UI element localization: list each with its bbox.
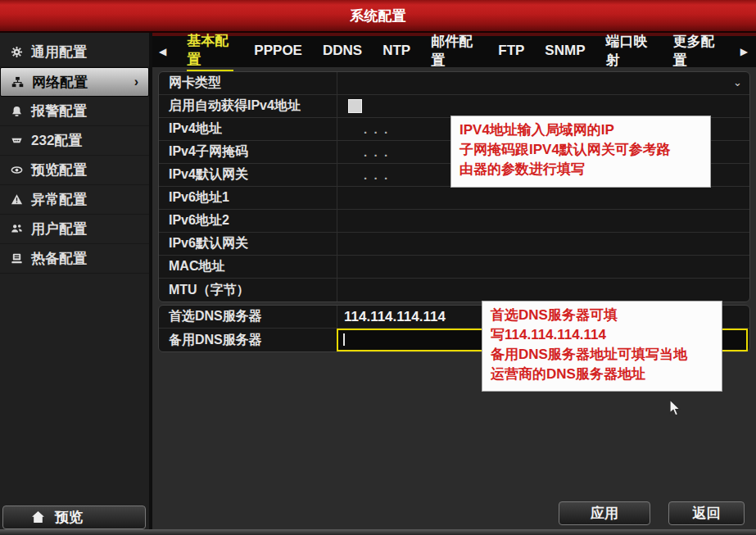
field-label: IPv6地址1 (159, 187, 337, 209)
sidebar-nav: 通用配置 网络配置 › (0, 38, 149, 274)
annotation-line: 首选DNS服务器可填 (491, 306, 713, 325)
tabs-scroll-left-icon[interactable]: ◀ (159, 46, 166, 57)
mouse-cursor (669, 399, 681, 417)
back-button-label: 返回 (693, 504, 721, 523)
tabs-scroll-right-icon[interactable]: ▶ (740, 46, 748, 57)
ip-octet-separators: . . . (344, 168, 387, 182)
sidebar-item-alarm[interactable]: 报警配置 (0, 97, 149, 126)
ip-octet-separators: . . . (344, 145, 387, 159)
sidebar-item-label: 报警配置 (31, 102, 87, 120)
sidebar-item-hot-spare[interactable]: 热备配置 (0, 244, 149, 274)
network-icon (11, 76, 25, 88)
sidebar-item-label: 232配置 (31, 131, 82, 150)
ip-octet-separators: . . . (344, 122, 387, 136)
sidebar-item-label: 用户配置 (31, 220, 87, 238)
preferred-dns-value: 114.114.114.114 (344, 309, 446, 325)
field-label: 启用自动获得IPv4地址 (159, 95, 337, 117)
gear-icon (10, 46, 24, 58)
users-icon (10, 223, 24, 235)
form-row-dhcp: 启用自动获得IPv4地址 (159, 95, 749, 118)
dhcp-value-cell (337, 95, 749, 117)
tab-more-config[interactable]: 更多配置 (673, 32, 720, 71)
sidebar-item-label: 热备配置 (31, 249, 87, 268)
back-button[interactable]: 返回 (668, 501, 745, 525)
sidebar: 通用配置 网络配置 › (0, 33, 152, 535)
ipv6-address-2-input[interactable] (337, 210, 749, 232)
mac-address-value (337, 256, 749, 278)
tab-email[interactable]: 邮件配置 (431, 32, 478, 71)
field-label: IPv6默认网关 (159, 233, 337, 255)
form-row-nic-type: 网卡类型 ⌄ (159, 72, 749, 95)
selected-chevron-icon: › (134, 75, 138, 89)
chevron-down-icon[interactable]: ⌄ (733, 76, 742, 88)
field-label: 首选DNS服务器 (159, 306, 337, 328)
window-bottom-edge (0, 529, 756, 535)
live-view-button[interactable]: 预览 (2, 506, 146, 529)
alarm-icon (10, 105, 24, 117)
form-row-mac-address: MAC地址 (159, 256, 749, 279)
tab-ddns[interactable]: DDNS (323, 43, 362, 61)
form-row-ipv6-gateway: IPv6默认网关 (159, 233, 749, 256)
nic-type-select[interactable]: ⌄ (337, 72, 749, 94)
form-row-mtu: MTU（字节） (159, 279, 749, 302)
annotation-line: 运营商的DNS服务器地址 (491, 365, 713, 384)
sidebar-item-label: 通用配置 (31, 43, 87, 61)
field-label: MAC地址 (159, 256, 337, 278)
sidebar-item-label: 异常配置 (31, 190, 87, 209)
tab-ftp[interactable]: FTP (498, 43, 524, 61)
mtu-input[interactable] (337, 279, 749, 302)
live-view-button-label: 预览 (55, 508, 83, 527)
eye-icon (10, 164, 24, 176)
sidebar-item-232[interactable]: 232配置 (0, 126, 149, 156)
annotation-line: 备用DNS服务器地址可填写当地 (491, 345, 713, 365)
field-label: IPv6地址2 (159, 210, 337, 232)
annotation-ipv4-help: IPV4地址输入局域网的IP 子网掩码跟IPV4默认网关可参考路 由器的参数进行… (450, 116, 711, 188)
annotation-line: IPV4地址输入局域网的IP (459, 120, 702, 140)
text-caret (343, 333, 345, 346)
tab-port-mapping[interactable]: 端口映射 (605, 32, 652, 71)
tab-basic-config[interactable]: 基本配置 (187, 31, 233, 72)
tab-pppoe[interactable]: PPPOE (254, 43, 302, 61)
sidebar-item-network[interactable]: 网络配置 › (0, 67, 149, 97)
ipv6-address-1-input[interactable] (337, 187, 749, 209)
dhcp-checkbox[interactable] (348, 99, 362, 113)
field-label: IPv4默认网关 (159, 164, 337, 186)
tab-bar: ◀ 基本配置 PPPOE DDNS NTP 邮件配置 FTP SNMP 端口映射… (152, 33, 756, 67)
form-row-ipv6-address-1: IPv6地址1 (159, 187, 749, 210)
hot-spare-icon (10, 252, 24, 265)
sidebar-item-users[interactable]: 用户配置 (0, 215, 149, 244)
form-row-ipv6-address-2: IPv6地址2 (159, 210, 749, 233)
field-label: IPv4子网掩码 (159, 141, 337, 163)
window-title: 系统配置 (351, 7, 406, 25)
home-icon (31, 511, 45, 524)
ipv6-gateway-input[interactable] (337, 233, 749, 255)
field-label: 网卡类型 (159, 72, 337, 94)
annotation-line: 写114.114.114.114 (491, 325, 713, 345)
title-bar: 系统配置 (0, 0, 756, 33)
sidebar-item-general[interactable]: 通用配置 (0, 38, 149, 67)
field-label: IPv4地址 (159, 118, 337, 140)
system-config-window: 系统配置 通用配置 (0, 0, 756, 535)
sidebar-item-label: 预览配置 (31, 161, 87, 179)
sidebar-item-preview-config[interactable]: 预览配置 (0, 156, 149, 185)
tab-snmp[interactable]: SNMP (545, 43, 585, 61)
annotation-line: 由器的参数进行填写 (459, 160, 702, 179)
apply-button-label: 应用 (591, 504, 618, 523)
annotation-line: 子网掩码跟IPV4默认网关可参考路 (459, 140, 702, 160)
field-label: 备用DNS服务器 (159, 329, 337, 351)
warning-icon (10, 193, 24, 206)
sidebar-item-exception[interactable]: 异常配置 (0, 185, 149, 215)
serial-port-icon (10, 134, 24, 147)
sidebar-item-label: 网络配置 (32, 73, 88, 92)
apply-button[interactable]: 应用 (559, 501, 650, 525)
annotation-dns-help: 首选DNS服务器可填 写114.114.114.114 备用DNS服务器地址可填… (482, 301, 722, 392)
tab-ntp[interactable]: NTP (383, 43, 410, 61)
field-label: MTU（字节） (159, 279, 337, 302)
